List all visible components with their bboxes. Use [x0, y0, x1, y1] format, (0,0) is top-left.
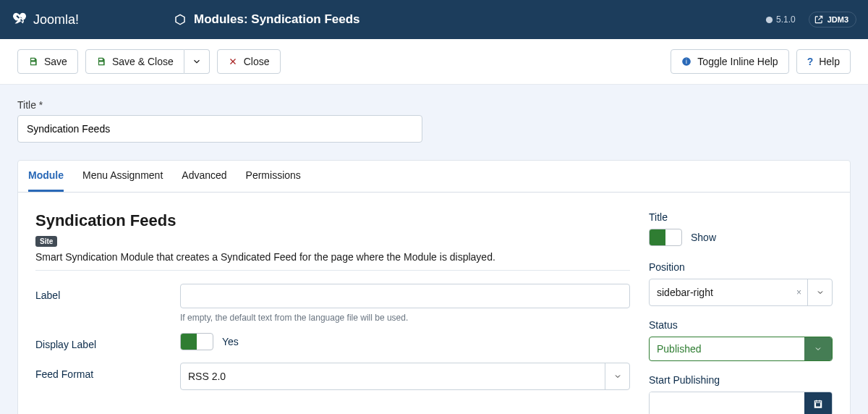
side-column: Title Show Position sidebar-right × — [649, 211, 833, 414]
title-field-label: Title * — [17, 99, 851, 111]
display-label-switch[interactable]: Yes — [180, 333, 239, 350]
field-feed-format: Feed Format RSS 2.0 — [35, 363, 630, 390]
label-input[interactable] — [180, 284, 630, 308]
side-start-publishing-group: Start Publishing — [649, 374, 833, 414]
start-publishing-label: Start Publishing — [649, 374, 833, 386]
module-heading: Syndication Feeds — [35, 211, 630, 230]
side-position-label: Position — [649, 261, 833, 273]
brand[interactable]: Joomla! — [12, 12, 174, 28]
version-badge[interactable]: 5.1.0 — [761, 12, 800, 28]
joomla-mini-icon — [765, 16, 773, 24]
save-dropdown-button[interactable] — [184, 49, 210, 74]
save-close-button[interactable]: Save & Close — [85, 49, 184, 74]
feed-format-select[interactable]: RSS 2.0 — [180, 363, 630, 390]
close-button[interactable]: Close — [217, 49, 281, 74]
save-icon — [28, 56, 38, 67]
joomla-icon — [12, 12, 27, 28]
info-icon: i — [681, 56, 692, 67]
brand-name: Joomla! — [33, 12, 79, 28]
field-display-label: Display Label Yes — [35, 333, 630, 352]
main-column: Syndication Feeds Site Smart Syndication… — [35, 211, 630, 400]
help-button[interactable]: ? Help — [796, 49, 851, 74]
module-description: Smart Syndication Module that creates a … — [35, 251, 630, 263]
toggle-inline-help-button[interactable]: i Toggle Inline Help — [671, 49, 788, 74]
page-title: Modules: Syndication Feeds — [174, 12, 360, 27]
cube-icon — [174, 13, 187, 26]
start-publishing-input[interactable] — [649, 392, 833, 414]
tab-body: Syndication Feeds Site Smart Syndication… — [18, 193, 850, 414]
chevron-down-icon — [192, 56, 202, 67]
tab-advanced[interactable]: Advanced — [182, 161, 226, 192]
save-icon — [96, 56, 106, 67]
tab-module[interactable]: Module — [28, 161, 64, 192]
tab-permissions[interactable]: Permissions — [246, 161, 301, 192]
field-label: Label If empty, the default text from th… — [35, 284, 630, 323]
site-badge: Site — [35, 236, 57, 247]
tabs: Module Menu Assignment Advanced Permissi… — [18, 161, 850, 193]
status-select[interactable]: Published — [649, 337, 833, 361]
feed-format-text: Feed Format — [35, 363, 180, 380]
module-card: Module Menu Assignment Advanced Permissi… — [17, 160, 851, 414]
save-close-group: Save & Close — [85, 49, 210, 74]
tab-menu-assignment[interactable]: Menu Assignment — [82, 161, 163, 192]
svg-text:i: i — [686, 59, 687, 65]
side-status-label: Status — [649, 319, 833, 331]
label-hint: If empty, the default text from the lang… — [180, 313, 630, 323]
question-icon: ? — [807, 56, 814, 67]
content-area: Title * Module Menu Assignment Advanced … — [0, 85, 868, 414]
chevron-down-icon — [807, 279, 832, 305]
user-badge[interactable]: JDM3 — [809, 12, 856, 28]
calendar-icon[interactable] — [804, 392, 832, 414]
field-label-text: Label — [35, 284, 180, 301]
title-input[interactable] — [17, 115, 422, 143]
svg-point-0 — [766, 16, 773, 22]
side-status-group: Status Published — [649, 319, 833, 361]
side-title-group: Title Show — [649, 211, 833, 248]
chevron-down-icon — [804, 337, 832, 360]
chevron-down-icon — [605, 363, 629, 389]
external-link-icon — [814, 14, 824, 25]
display-label-text: Display Label — [35, 333, 180, 350]
save-button[interactable]: Save — [17, 49, 78, 74]
title-show-switch[interactable]: Show — [649, 229, 716, 246]
close-icon — [228, 56, 238, 67]
start-publishing-field[interactable] — [650, 392, 804, 414]
position-select[interactable]: sidebar-right × — [649, 279, 833, 306]
divider — [35, 270, 630, 271]
side-position-group: Position sidebar-right × — [649, 261, 833, 306]
side-title-label: Title — [649, 211, 833, 223]
clear-icon[interactable]: × — [791, 287, 807, 297]
toolbar: Save Save & Close Close i Toggle Inline … — [0, 39, 868, 85]
app-header: Joomla! Modules: Syndication Feeds 5.1.0… — [0, 0, 868, 39]
